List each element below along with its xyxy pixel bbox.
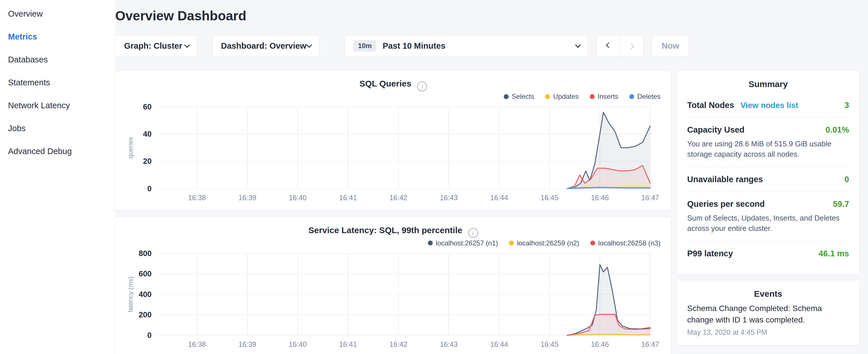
summary-row-left: Unavailable ranges xyxy=(687,175,763,184)
legend-item[interactable]: Updates xyxy=(545,93,579,100)
chevron-down-icon xyxy=(184,42,190,48)
chart-legend: localhost:26257 (n1)localhost:26259 (n2)… xyxy=(126,238,660,248)
chart-title: SQL Queries xyxy=(359,79,411,88)
legend-label: Inserts xyxy=(598,93,618,100)
summary-rows: Total NodesView nodes list3Capacity Used… xyxy=(687,93,849,266)
svg-text:16:45: 16:45 xyxy=(540,340,558,348)
summary-value: 0.01% xyxy=(826,125,849,135)
now-button[interactable]: Now xyxy=(652,35,689,57)
dashboard-body: SQL Queries i SelectsUpdatesInsertsDelet… xyxy=(115,70,860,354)
svg-text:16:38: 16:38 xyxy=(188,194,206,202)
svg-text:16:46: 16:46 xyxy=(591,194,609,202)
legend-dot-icon xyxy=(590,94,595,99)
svg-text:600: 600 xyxy=(139,269,152,278)
chart-title-row: Service Latency: SQL, 99th percentile i xyxy=(126,225,660,238)
summary-value: 46.1 ms xyxy=(819,249,849,258)
svg-text:16:40: 16:40 xyxy=(289,340,307,348)
chart-title: Service Latency: SQL, 99th percentile xyxy=(308,225,462,235)
time-badge: 10m xyxy=(353,40,376,52)
svg-text:400: 400 xyxy=(139,290,152,298)
summary-label: Total Nodes xyxy=(687,100,734,110)
info-icon[interactable]: i xyxy=(468,228,478,238)
svg-text:queries: queries xyxy=(127,137,134,158)
svg-text:16:38: 16:38 xyxy=(188,340,206,348)
svg-text:latency (ms): latency (ms) xyxy=(127,277,134,312)
svg-text:200: 200 xyxy=(139,311,152,319)
legend-label: Deletes xyxy=(637,93,660,100)
summary-title: Summary xyxy=(687,79,849,89)
summary-label: Capacity Used xyxy=(687,125,744,135)
sidebar-item-databases[interactable]: Databases xyxy=(0,48,115,71)
time-range-left: 10m Past 10 Minutes xyxy=(353,40,445,52)
summary-panel: Summary Total NodesView nodes list3Capac… xyxy=(677,70,860,275)
svg-text:16:39: 16:39 xyxy=(239,194,256,202)
summary-row-head: P99 latency46.1 ms xyxy=(687,249,849,258)
summary-label: Unavailable ranges xyxy=(687,175,763,184)
svg-text:0: 0 xyxy=(147,185,152,193)
chart-canvas: 16:3816:3916:4016:4116:4216:4316:4416:45… xyxy=(126,250,660,350)
legend-label: Updates xyxy=(553,93,579,100)
events-list: Schema Change Completed: Schema change w… xyxy=(687,303,849,336)
sidebar-item-advanced-debug[interactable]: Advanced Debug xyxy=(0,140,115,163)
legend-dot-icon xyxy=(509,240,514,246)
toolbar: Graph: Cluster Dashboard: Overview 10m P… xyxy=(115,35,860,57)
legend-item[interactable]: Inserts xyxy=(590,93,618,100)
summary-value: 0 xyxy=(844,175,849,184)
summary-row-head: Queries per second59.7 xyxy=(687,199,849,209)
sql-queries-chart-card: SQL Queries i SelectsUpdatesInsertsDelet… xyxy=(115,70,671,210)
legend-item[interactable]: Selects xyxy=(504,93,534,100)
chart-plot: 16:3816:3916:4016:4116:4216:4316:4416:45… xyxy=(126,250,660,350)
svg-text:16:45: 16:45 xyxy=(540,194,558,202)
legend-item[interactable]: localhost:26257 (n1) xyxy=(428,239,498,247)
legend-item[interactable]: Deletes xyxy=(629,93,660,100)
sidebar-item-overview[interactable]: Overview xyxy=(0,2,115,25)
sidebar-item-network-latency[interactable]: Network Latency xyxy=(0,94,115,117)
sidebar-item-statements[interactable]: Statements xyxy=(0,71,115,94)
sidebar-item-jobs[interactable]: Jobs xyxy=(0,117,115,140)
time-range-dropdown[interactable]: 10m Past 10 Minutes xyxy=(344,35,588,57)
time-prev-button[interactable] xyxy=(596,35,620,57)
graph-dropdown[interactable]: Graph: Cluster xyxy=(115,35,197,57)
info-icon[interactable]: i xyxy=(417,82,427,91)
summary-row: Capacity Used0.01%You are using 28.6 MiB… xyxy=(687,118,849,167)
legend-item[interactable]: localhost:26259 (n2) xyxy=(509,239,579,247)
summary-row-left: P99 latency xyxy=(687,249,733,258)
chevron-left-icon xyxy=(606,42,612,48)
time-range-label: Past 10 Minutes xyxy=(382,41,445,51)
time-controls: 10m Past 10 Minutes Now xyxy=(344,35,689,57)
chevron-down-icon xyxy=(575,42,581,48)
graph-dropdown-label: Graph: Cluster xyxy=(124,41,182,51)
svg-text:16:41: 16:41 xyxy=(339,194,357,202)
svg-text:16:41: 16:41 xyxy=(339,340,357,348)
summary-value: 59.7 xyxy=(833,199,849,209)
summary-row-head: Unavailable ranges0 xyxy=(687,175,849,184)
svg-text:0: 0 xyxy=(147,331,152,340)
summary-row-left: Queries per second xyxy=(687,199,765,209)
event-time: May 13, 2020 at 4:45 PM xyxy=(687,328,849,336)
legend-label: localhost:26258 (n3) xyxy=(598,239,660,247)
svg-text:16:43: 16:43 xyxy=(440,194,458,202)
time-next-button[interactable] xyxy=(620,35,643,57)
summary-row: Total NodesView nodes list3 xyxy=(687,93,849,118)
sidebar-item-metrics[interactable]: Metrics xyxy=(0,25,115,48)
summary-desc: Sum of Selects, Updates, Inserts, and De… xyxy=(687,213,849,234)
svg-text:16:39: 16:39 xyxy=(239,340,256,348)
dashboard-dropdown-label: Dashboard: Overview xyxy=(221,41,306,51)
legend-dot-icon xyxy=(629,94,634,99)
chevron-right-icon xyxy=(628,43,634,49)
svg-text:40: 40 xyxy=(143,130,152,138)
view-nodes-link[interactable]: View nodes list xyxy=(741,101,798,110)
legend-label: localhost:26257 (n1) xyxy=(436,239,498,247)
svg-text:16:42: 16:42 xyxy=(390,194,407,202)
legend-dot-icon xyxy=(545,94,550,99)
svg-text:16:42: 16:42 xyxy=(390,340,407,348)
event-item[interactable]: Schema Change Completed: Schema change w… xyxy=(687,303,849,336)
right-column: Summary Total NodesView nodes list3Capac… xyxy=(677,70,860,345)
dashboard-dropdown[interactable]: Dashboard: Overview xyxy=(212,35,319,57)
events-title: Events xyxy=(687,289,849,299)
main-content: Overview Dashboard Graph: Cluster Dashbo… xyxy=(115,0,868,354)
legend-item[interactable]: localhost:26258 (n3) xyxy=(590,239,660,247)
svg-text:16:44: 16:44 xyxy=(490,194,508,202)
legend-label: Selects xyxy=(512,93,534,100)
summary-label: P99 latency xyxy=(687,249,733,258)
